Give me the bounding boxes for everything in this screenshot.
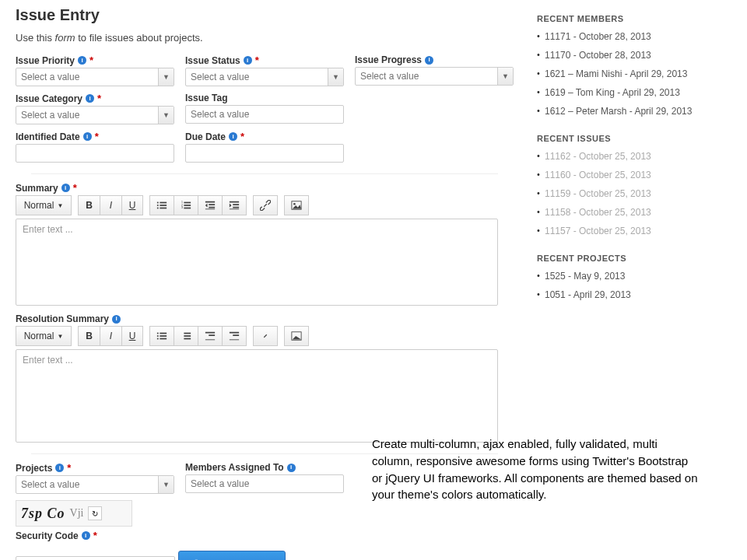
chevron-down-icon[interactable]: ▼ bbox=[497, 68, 513, 85]
identified-date-input[interactable] bbox=[16, 144, 174, 163]
list-item[interactable]: 11159 - October 25, 2013 bbox=[537, 188, 731, 199]
info-icon[interactable]: i bbox=[86, 94, 94, 103]
list-ul-button[interactable] bbox=[149, 195, 174, 215]
priority-select[interactable]: ▼ bbox=[16, 68, 174, 86]
required-icon: * bbox=[255, 54, 259, 66]
list-item[interactable]: 11158 - October 25, 2013 bbox=[537, 207, 731, 218]
tag-input[interactable] bbox=[185, 105, 344, 124]
projects-select[interactable]: ▼ bbox=[16, 475, 174, 494]
italic-button[interactable]: I bbox=[100, 326, 121, 346]
list-ol-button[interactable]: 123 bbox=[174, 195, 198, 215]
progress-label: Issue Progressi bbox=[355, 54, 514, 65]
members-input[interactable] bbox=[185, 474, 344, 493]
due-date-input[interactable] bbox=[185, 144, 344, 163]
svg-rect-28 bbox=[184, 333, 191, 334]
style-dropdown[interactable]: Normal ▼ bbox=[16, 195, 72, 215]
outdent-button[interactable] bbox=[198, 195, 222, 215]
list-ul-button[interactable] bbox=[149, 326, 174, 346]
recent-issues-list: 11162 - October 25, 2013 11160 - October… bbox=[537, 151, 731, 236]
bold-button[interactable]: B bbox=[78, 195, 100, 215]
chevron-down-icon[interactable]: ▼ bbox=[158, 476, 174, 493]
chevron-down-icon[interactable]: ▼ bbox=[158, 68, 174, 86]
outdent-button[interactable] bbox=[198, 326, 222, 346]
required-icon: * bbox=[93, 530, 97, 541]
projects-label: Projectsi* bbox=[16, 462, 174, 474]
chevron-down-icon[interactable]: ▼ bbox=[328, 68, 343, 86]
svg-rect-33 bbox=[205, 339, 215, 340]
list-ol-button[interactable] bbox=[174, 326, 198, 346]
recent-projects-list: 1525 - May 9, 2013 1051 - April 29, 2013 bbox=[537, 271, 731, 300]
indent-button[interactable] bbox=[222, 326, 247, 346]
svg-rect-5 bbox=[160, 208, 167, 209]
svg-rect-3 bbox=[160, 205, 167, 206]
svg-rect-2 bbox=[157, 205, 159, 206]
create-issue-button[interactable]: ✱Create Issue bbox=[178, 551, 286, 560]
info-icon[interactable]: i bbox=[61, 184, 70, 192]
status-select[interactable]: ▼ bbox=[185, 68, 344, 86]
identified-label: Identified Datei* bbox=[16, 131, 174, 142]
captcha-refresh-button[interactable]: ↻ bbox=[88, 506, 102, 520]
info-icon[interactable]: i bbox=[229, 132, 237, 141]
underline-button[interactable]: U bbox=[121, 195, 143, 215]
list-item[interactable]: 1612 – Peter Marsh - April 29, 2013 bbox=[537, 106, 731, 117]
resolution-toolbar: Normal ▼ B I U bbox=[16, 326, 514, 346]
info-icon[interactable]: i bbox=[112, 315, 121, 324]
svg-rect-27 bbox=[160, 338, 167, 340]
svg-rect-8 bbox=[184, 208, 191, 209]
svg-rect-36 bbox=[230, 339, 239, 340]
underline-button[interactable]: U bbox=[121, 326, 143, 346]
required-icon: * bbox=[95, 131, 99, 142]
image-button[interactable] bbox=[284, 195, 309, 215]
image-button[interactable] bbox=[284, 326, 309, 346]
link-button[interactable] bbox=[253, 195, 278, 215]
chevron-down-icon[interactable]: ▼ bbox=[158, 107, 174, 124]
security-label: Security Codei* bbox=[16, 530, 514, 541]
required-icon: * bbox=[89, 54, 93, 66]
recent-projects-heading: RECENT PROJECTS bbox=[537, 254, 731, 263]
page-title: Issue Entry bbox=[16, 6, 514, 24]
svg-rect-15 bbox=[205, 208, 215, 209]
required-icon: * bbox=[73, 182, 77, 194]
info-icon[interactable]: i bbox=[425, 56, 433, 65]
recent-members-heading: RECENT MEMBERS bbox=[537, 14, 731, 23]
tag-label: Issue Tag bbox=[185, 93, 344, 103]
list-item[interactable]: 11160 - October 25, 2013 bbox=[537, 170, 731, 180]
recent-issues-heading: RECENT ISSUES bbox=[537, 134, 731, 143]
svg-rect-25 bbox=[160, 335, 167, 337]
category-select[interactable]: ▼ bbox=[16, 106, 174, 124]
svg-rect-6 bbox=[184, 202, 191, 204]
summary-toolbar: Normal ▼ B I U 123 bbox=[16, 195, 514, 215]
info-icon[interactable]: i bbox=[244, 56, 252, 65]
list-item[interactable]: 1619 – Tom King - April 29, 2013 bbox=[537, 87, 731, 98]
svg-rect-30 bbox=[184, 338, 191, 340]
list-item[interactable]: 11170 - October 28, 2013 bbox=[537, 50, 731, 61]
list-item[interactable]: 11171 - October 28, 2013 bbox=[537, 31, 731, 42]
info-icon[interactable]: i bbox=[287, 464, 296, 472]
promo-text: Create multi-column, ajax enabled, fully… bbox=[372, 436, 699, 503]
link-button[interactable] bbox=[253, 326, 278, 346]
summary-editor[interactable]: Enter text ... bbox=[16, 219, 498, 306]
svg-rect-16 bbox=[230, 201, 239, 203]
progress-select[interactable]: ▼ bbox=[355, 67, 514, 86]
svg-rect-29 bbox=[184, 335, 191, 337]
list-item[interactable]: 1525 - May 9, 2013 bbox=[537, 271, 731, 282]
svg-rect-23 bbox=[160, 333, 167, 334]
indent-button[interactable] bbox=[222, 195, 247, 215]
info-icon[interactable]: i bbox=[55, 464, 64, 472]
security-code-input[interactable] bbox=[16, 556, 175, 560]
resolution-label: Resolution Summaryi bbox=[16, 313, 514, 324]
svg-rect-24 bbox=[157, 335, 159, 337]
list-item[interactable]: 1621 – Mami Nishi - April 29, 2013 bbox=[537, 68, 731, 79]
intro-text: Use this form to file issues about proje… bbox=[16, 32, 514, 44]
info-icon[interactable]: i bbox=[78, 56, 86, 65]
list-item[interactable]: 11162 - October 25, 2013 bbox=[537, 151, 731, 162]
resolution-editor[interactable]: Enter text ... bbox=[16, 349, 498, 443]
bold-button[interactable]: B bbox=[78, 326, 100, 346]
style-dropdown[interactable]: Normal ▼ bbox=[16, 326, 72, 346]
list-item[interactable]: 11157 - October 25, 2013 bbox=[537, 226, 731, 236]
italic-button[interactable]: I bbox=[100, 195, 121, 215]
info-icon[interactable]: i bbox=[83, 132, 92, 141]
list-item[interactable]: 1051 - April 29, 2013 bbox=[537, 289, 731, 300]
info-icon[interactable]: i bbox=[82, 531, 90, 540]
svg-rect-32 bbox=[209, 334, 215, 336]
